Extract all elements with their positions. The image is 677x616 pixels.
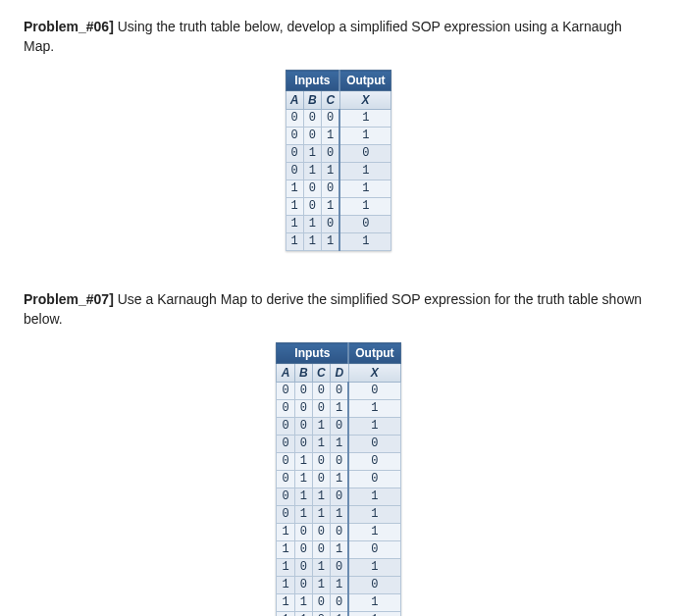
problem-07: Problem_#07] Use a Karnaugh Map to deriv…: [24, 290, 653, 616]
col-x: X: [348, 364, 400, 383]
cell-x: 1: [339, 198, 391, 216]
cell-b: 0: [294, 383, 312, 400]
cell-d: 1: [331, 436, 349, 453]
table-row: 1011: [286, 198, 391, 216]
cell-a: 1: [277, 612, 294, 616]
cell-c: 1: [321, 163, 339, 180]
cell-c: 0: [312, 400, 330, 418]
cell-c: 1: [321, 128, 339, 145]
cell-a: 0: [277, 506, 294, 524]
cell-d: 0: [331, 488, 349, 506]
table-row: 0001: [286, 110, 391, 128]
cell-a: 0: [277, 400, 294, 418]
table-row: 01000: [277, 453, 400, 471]
output-header: Output: [339, 71, 391, 91]
cell-b: 1: [294, 488, 312, 506]
cell-b: 0: [303, 180, 321, 198]
cell-c: 0: [312, 524, 330, 541]
cell-d: 0: [331, 418, 349, 436]
cell-b: 0: [294, 400, 312, 418]
problem-06-text: Problem_#06] Using the truth table below…: [24, 18, 653, 56]
table-row: 00101: [277, 418, 400, 436]
inputs-header: Inputs: [277, 343, 348, 364]
table-row: 10110: [277, 577, 400, 594]
col-x: X: [339, 91, 391, 110]
cell-x: 1: [339, 163, 391, 180]
col-a: A: [277, 364, 294, 383]
cell-x: 0: [348, 577, 400, 594]
table-row: 01101: [277, 488, 400, 506]
table-row: 00110: [277, 436, 400, 453]
cell-b: 1: [294, 594, 312, 612]
cell-c: 0: [321, 145, 339, 163]
cell-x: 1: [348, 612, 400, 616]
cell-b: 1: [303, 216, 321, 233]
table-row: 11011: [277, 612, 400, 616]
cell-c: 0: [312, 612, 330, 616]
cell-a: 0: [286, 110, 303, 128]
cell-d: 1: [331, 471, 349, 488]
cell-b: 0: [303, 128, 321, 145]
cell-c: 1: [312, 418, 330, 436]
table-row: 11001: [277, 594, 400, 612]
truth-table-3var: Inputs Output A B C X 000100110100011110…: [286, 70, 392, 251]
cell-c: 0: [321, 180, 339, 198]
cell-a: 0: [277, 418, 294, 436]
cell-x: 1: [348, 524, 400, 541]
cell-x: 1: [339, 110, 391, 128]
table-head: Inputs Output A B C X: [286, 71, 391, 110]
cell-a: 0: [277, 436, 294, 453]
cell-x: 0: [339, 145, 391, 163]
cell-c: 1: [321, 233, 339, 251]
cell-c: 1: [312, 559, 330, 577]
table-row: 0011: [286, 128, 391, 145]
cell-c: 0: [312, 453, 330, 471]
cell-d: 0: [331, 453, 349, 471]
cell-a: 1: [286, 180, 303, 198]
cell-x: 0: [348, 471, 400, 488]
cell-a: 1: [286, 233, 303, 251]
truth-table-4var: Inputs Output A B C D X 0000000011001010…: [276, 342, 400, 616]
cell-d: 1: [331, 612, 349, 616]
table-row: 00011: [277, 400, 400, 418]
cell-a: 1: [286, 198, 303, 216]
cell-c: 1: [312, 436, 330, 453]
col-c: C: [321, 91, 339, 110]
cell-b: 1: [303, 163, 321, 180]
table-row: 0111: [286, 163, 391, 180]
cell-b: 0: [294, 541, 312, 559]
cell-x: 0: [348, 453, 400, 471]
cell-b: 0: [294, 436, 312, 453]
cell-x: 0: [339, 216, 391, 233]
cell-a: 0: [286, 145, 303, 163]
cell-x: 1: [339, 233, 391, 251]
cell-a: 1: [277, 559, 294, 577]
problem-06-table-wrap: Inputs Output A B C X 000100110100011110…: [24, 70, 653, 251]
cell-c: 0: [312, 383, 330, 400]
problem-07-body: Use a Karnaugh Map to derive the simplif…: [24, 291, 642, 327]
table-row: 1111: [286, 233, 391, 251]
cell-c: 1: [312, 506, 330, 524]
cell-a: 0: [286, 163, 303, 180]
cell-a: 1: [277, 577, 294, 594]
cell-a: 1: [277, 541, 294, 559]
cell-d: 0: [331, 383, 349, 400]
cell-a: 0: [286, 128, 303, 145]
cell-c: 1: [312, 488, 330, 506]
cell-d: 0: [331, 559, 349, 577]
table-row: 01010: [277, 471, 400, 488]
problem-07-text: Problem_#07] Use a Karnaugh Map to deriv…: [24, 290, 653, 329]
table-row: 10010: [277, 541, 400, 559]
problem-06-body: Using the truth table below, develop a s…: [24, 19, 622, 54]
cell-b: 1: [294, 612, 312, 616]
cell-d: 1: [331, 541, 349, 559]
cell-d: 1: [331, 400, 349, 418]
cell-a: 1: [277, 524, 294, 541]
col-d: D: [331, 364, 349, 383]
cell-x: 1: [348, 506, 400, 524]
cell-a: 1: [277, 594, 294, 612]
col-b: B: [294, 364, 312, 383]
cell-b: 1: [294, 506, 312, 524]
cell-b: 1: [294, 471, 312, 488]
cell-d: 1: [331, 506, 349, 524]
